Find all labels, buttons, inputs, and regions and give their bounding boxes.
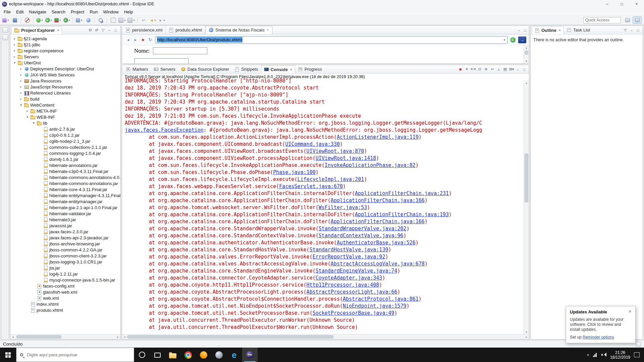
minimize-window-button[interactable]: –: [600, 0, 614, 8]
view-menu-button[interactable]: ▽: [622, 27, 628, 33]
remove-all-launches-button[interactable]: ✕✕: [470, 66, 476, 72]
minimize-button[interactable]: –: [629, 27, 635, 33]
close-icon[interactable]: ×: [57, 28, 59, 32]
menu-item[interactable]: Project: [68, 9, 87, 15]
tree-expander-icon[interactable]: [19, 97, 23, 101]
right-view-tab[interactable]: Outline ×: [532, 26, 564, 34]
menu-item[interactable]: Run: [87, 9, 100, 15]
stop-button[interactable]: ■: [140, 37, 146, 43]
quick-access-input[interactable]: [583, 17, 621, 23]
stack-trace-link[interactable]: Http11Processor.java:408: [307, 282, 379, 288]
explorer-horizontal-scrollbar[interactable]: ◂ ▸: [10, 334, 120, 339]
editor-tab[interactable]: produto.xhtml ×: [166, 26, 205, 34]
close-window-button[interactable]: ×: [629, 0, 644, 8]
stack-trace-link[interactable]: AbstractProcessorLight.java:66: [307, 289, 397, 295]
previous-annotation-button[interactable]: [127, 16, 136, 24]
run-button[interactable]: [44, 16, 53, 24]
stack-trace-link[interactable]: javax.faces.FacesException: [125, 127, 204, 133]
task-view-icon[interactable]: [150, 348, 165, 362]
next-annotation-button[interactable]: [118, 16, 126, 24]
volume-icon[interactable]: [601, 353, 606, 357]
scroll-lock-button[interactable]: ⊜: [483, 66, 489, 72]
tree-expander-icon[interactable]: [32, 121, 36, 125]
toolbar-separator[interactable]: [71, 16, 74, 24]
name-input[interactable]: [153, 47, 207, 54]
start-button[interactable]: [0, 348, 16, 362]
stack-trace-link[interactable]: UIViewRoot.java:870: [307, 148, 364, 154]
new-wizard-button[interactable]: [1, 16, 10, 24]
tree-expander-icon[interactable]: [19, 91, 23, 95]
stack-trace-link[interactable]: InvokeApplicationPhase.java:82: [325, 162, 416, 168]
remove-launch-button[interactable]: ✕: [464, 66, 470, 72]
tree-item[interactable]: META-INF: [10, 108, 120, 114]
stack-trace-link[interactable]: UICommand.java:330: [285, 141, 340, 147]
menu-item[interactable]: Navigate: [26, 9, 49, 15]
stack-trace-link[interactable]: AuthenticatorBase.java:526: [337, 240, 416, 246]
notifications-icon[interactable]: [636, 342, 641, 347]
close-icon[interactable]: ✕: [629, 309, 632, 313]
minimize-button[interactable]: –: [515, 66, 521, 72]
tree-item[interactable]: Referenced Libraries: [10, 90, 120, 96]
stack-trace-link[interactable]: ApplicationFilterChain.java:166: [331, 219, 425, 225]
stack-trace-link[interactable]: ActionListenerImpl.java:119: [337, 134, 419, 140]
tree-item[interactable]: commons-collections-2.1.1.jar: [10, 144, 120, 150]
maximize-button[interactable]: □: [113, 27, 119, 33]
console-vertical-scrollbar[interactable]: ▴ ▾: [524, 80, 529, 334]
tree-item[interactable]: Deployment Descriptor: UberDist: [10, 66, 120, 72]
tree-item[interactable]: jta.jar: [10, 265, 120, 271]
tree-item[interactable]: register-competence: [10, 48, 120, 54]
tree-item[interactable]: log4j-1.2.11.jar: [10, 271, 120, 277]
view-menu-button[interactable]: ▽: [100, 27, 106, 33]
clipped-input[interactable]: [134, 58, 189, 63]
close-icon[interactable]: ×: [290, 68, 292, 71]
menu-item[interactable]: File: [1, 9, 13, 15]
scroll-right-icon[interactable]: ▸: [524, 336, 529, 339]
tree-item[interactable]: jboss-logging-3.1.0.CR1.jar: [10, 259, 120, 265]
stack-trace-link[interactable]: StandardEngineValve.java:74: [316, 268, 397, 274]
tree-item[interactable]: glassfish-web.xml: [10, 289, 120, 295]
url-bar[interactable]: http://localhost:8080/UberDist/produto.x…: [155, 36, 507, 44]
tree-item[interactable]: jboss-common-4.2.2.GA.jar: [10, 247, 120, 253]
url-dropdown-icon[interactable]: ▾: [502, 38, 506, 42]
tree-item[interactable]: javassist.jar: [10, 223, 120, 229]
action-center-icon[interactable]: [634, 352, 640, 357]
reminder-options-link[interactable]: Reminder options: [583, 335, 614, 340]
tree-item[interactable]: jboss-common-client-3.2.3.jar: [10, 253, 120, 259]
tree-item[interactable]: antlr-2.7.6.jar: [10, 126, 120, 132]
taskbar-search-input[interactable]: [26, 352, 130, 358]
maximize-button[interactable]: □: [522, 27, 528, 33]
word-wrap-button[interactable]: ↩: [489, 66, 495, 72]
tree-item[interactable]: web.xml: [10, 295, 120, 301]
network-icon[interactable]: [593, 353, 598, 357]
bottom-view-tab[interactable]: Progress ×: [295, 65, 325, 73]
bottom-view-tab[interactable]: Console ×: [261, 65, 295, 73]
tree-item[interactable]: WEB-INF: [10, 114, 120, 120]
stack-trace-link[interactable]: UIViewRoot.java:1418: [316, 155, 376, 161]
menu-item[interactable]: Edit: [13, 9, 26, 15]
scroll-up-icon[interactable]: ▴: [524, 45, 529, 50]
menu-item[interactable]: Help: [121, 9, 136, 15]
tree-item[interactable]: dom4j-1.6.1.jar: [10, 156, 120, 162]
stack-trace-link[interactable]: LifecycleImpl.java:201: [298, 176, 364, 182]
editor-tab[interactable]: Sistema de Notas Fiscais ×: [205, 26, 272, 34]
minimize-button[interactable]: –: [516, 27, 522, 33]
browser-scrollbar[interactable]: ▴ ▾: [524, 45, 529, 63]
stack-trace-link[interactable]: ApplicationFilterChain.java:231: [355, 190, 449, 196]
tree-expander-icon[interactable]: [12, 49, 17, 52]
tree-item[interactable]: UberDist: [10, 60, 120, 66]
toolbar-separator[interactable]: [105, 16, 108, 24]
toggle-mark-occurrences-button[interactable]: [109, 16, 117, 24]
tree-expander-icon[interactable]: [25, 109, 30, 113]
search-button[interactable]: [96, 16, 105, 24]
scroll-left-icon[interactable]: ◂: [10, 336, 15, 339]
stack-trace-link[interactable]: StandardWrapperValve.java:202: [319, 226, 407, 232]
go-button[interactable]: [509, 37, 517, 43]
run-external-tools-button[interactable]: [62, 16, 71, 24]
stack-trace-link[interactable]: NioEndpoint.java:1579: [343, 303, 407, 309]
tree-expander-icon[interactable]: [12, 37, 17, 40]
bottom-view-tab[interactable]: Snippets ×: [232, 65, 261, 73]
tree-expander-icon[interactable]: [19, 103, 23, 107]
tree-item[interactable]: JAX-WS Web Services: [10, 72, 120, 78]
maximize-window-button[interactable]: □: [614, 0, 629, 8]
tree-item[interactable]: hibernate-entitymanager.jar: [10, 198, 120, 204]
